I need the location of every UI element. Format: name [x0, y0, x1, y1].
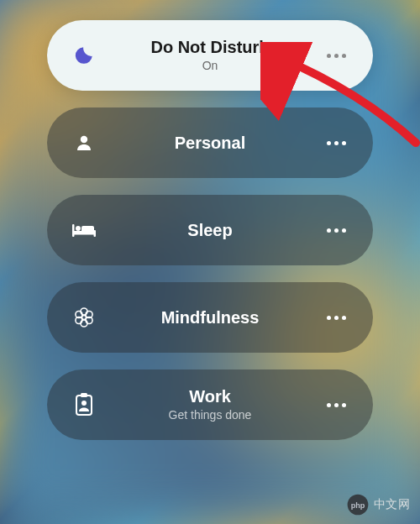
watermark: php 中文网	[347, 494, 411, 516]
focus-item-text: Work Get things done	[99, 386, 321, 423]
svg-point-14	[81, 401, 87, 406]
focus-item-subtitle: Get things done	[169, 408, 252, 423]
focus-item-text: Do Not Disturb On	[99, 37, 321, 74]
focus-item-dnd[interactable]: Do Not Disturb On	[47, 20, 373, 91]
focus-item-title: Sleep	[187, 220, 232, 241]
svg-rect-2	[72, 231, 96, 235]
focus-item-personal[interactable]: Personal	[47, 107, 373, 178]
focus-item-title: Mindfulness	[161, 307, 260, 328]
more-button[interactable]	[321, 403, 351, 407]
focus-item-title: Personal	[175, 133, 245, 154]
more-button[interactable]	[321, 54, 351, 58]
svg-rect-1	[72, 224, 75, 237]
svg-point-0	[81, 136, 87, 143]
person-icon	[69, 133, 99, 153]
svg-rect-13	[81, 393, 87, 397]
flower-icon	[69, 307, 99, 328]
svg-rect-3	[94, 230, 97, 237]
svg-text:php: php	[350, 501, 365, 510]
php-logo-icon: php	[347, 494, 369, 516]
focus-item-title: Work	[189, 386, 231, 407]
focus-item-text: Personal	[99, 133, 321, 154]
svg-point-4	[76, 226, 81, 231]
bed-icon	[69, 221, 99, 239]
focus-item-mindfulness[interactable]: Mindfulness	[47, 282, 373, 353]
more-button[interactable]	[321, 141, 351, 145]
more-button[interactable]	[321, 228, 351, 233]
focus-item-text: Mindfulness	[99, 307, 321, 328]
focus-item-subtitle: On	[202, 59, 218, 74]
focus-item-work[interactable]: Work Get things done	[47, 369, 373, 440]
moon-icon	[69, 45, 99, 66]
focus-item-sleep[interactable]: Sleep	[47, 195, 373, 265]
focus-item-text: Sleep	[99, 220, 321, 241]
more-button[interactable]	[321, 316, 351, 320]
badge-icon	[69, 393, 99, 417]
focus-mode-list: Do Not Disturb On Personal	[0, 0, 420, 440]
focus-item-title: Do Not Disturb	[150, 37, 269, 58]
watermark-text: 中文网	[374, 497, 411, 512]
